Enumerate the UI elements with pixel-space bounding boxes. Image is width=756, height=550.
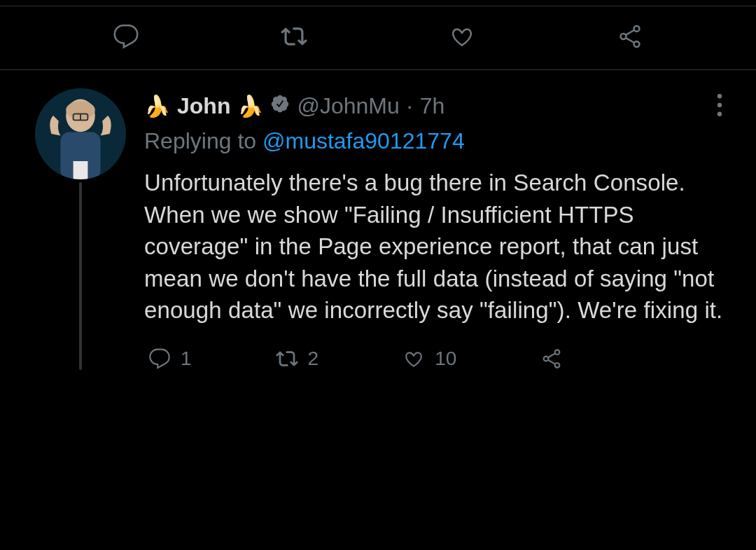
display-name[interactable]: John [177, 92, 230, 121]
svg-point-14 [718, 112, 722, 116]
verified-icon [270, 92, 290, 121]
like-button-top[interactable] [449, 23, 475, 50]
like-count: 10 [435, 348, 456, 370]
tweet-header: 🍌 John 🍌 @JohnMu · 7h [144, 88, 728, 124]
reply-count: 1 [181, 348, 192, 370]
timestamp[interactable]: 7h [420, 92, 445, 121]
svg-point-12 [718, 94, 722, 98]
heart-icon [449, 23, 475, 50]
svg-line-19 [548, 359, 555, 364]
svg-rect-11 [74, 161, 88, 179]
svg-line-4 [626, 38, 634, 43]
share-icon [540, 348, 563, 370]
svg-point-15 [555, 350, 560, 355]
tweet-body: 🍌 John 🍌 @JohnMu · 7h Replying to @musta… [144, 88, 735, 370]
svg-point-0 [634, 26, 640, 32]
emoji-left: 🍌 [144, 92, 170, 120]
avatar-column [35, 88, 126, 370]
svg-line-18 [548, 353, 555, 357]
retweet-button[interactable]: 2 [276, 348, 319, 370]
thread-line [79, 182, 82, 370]
avatar[interactable] [35, 88, 126, 179]
svg-point-1 [621, 34, 626, 39]
more-button[interactable] [711, 88, 728, 124]
tweet-text: Unfortunately there's a bug there in Sea… [144, 167, 728, 326]
svg-point-2 [634, 41, 640, 47]
more-icon [717, 94, 722, 116]
handle[interactable]: @JohnMu [297, 92, 399, 121]
share-button[interactable] [540, 348, 563, 370]
svg-point-17 [555, 363, 560, 368]
top-action-bar [0, 6, 756, 70]
retweet-count: 2 [308, 348, 319, 370]
reply-button[interactable]: 1 [148, 348, 192, 370]
replying-prefix: Replying to [144, 128, 262, 153]
reply-icon [148, 348, 171, 370]
share-button-top[interactable] [617, 23, 643, 50]
retweet-icon [276, 348, 298, 370]
svg-line-3 [626, 30, 634, 35]
retweet-icon [281, 23, 307, 50]
heart-icon [402, 348, 425, 370]
retweet-button-top[interactable] [281, 23, 307, 50]
svg-point-16 [544, 356, 549, 361]
svg-point-13 [718, 103, 722, 107]
reply-button-top[interactable] [113, 23, 139, 50]
separator-dot: · [407, 92, 413, 121]
replying-mention[interactable]: @mustafa90121774 [262, 128, 465, 153]
replying-to: Replying to @mustafa90121774 [144, 128, 728, 154]
share-icon [617, 23, 643, 50]
tweet: 🍌 John 🍌 @JohnMu · 7h Replying to @musta… [0, 70, 756, 370]
tweet-action-bar: 1 2 10 [144, 348, 728, 370]
like-button[interactable]: 10 [402, 348, 456, 370]
emoji-right: 🍌 [237, 92, 263, 120]
reply-icon [113, 23, 139, 50]
